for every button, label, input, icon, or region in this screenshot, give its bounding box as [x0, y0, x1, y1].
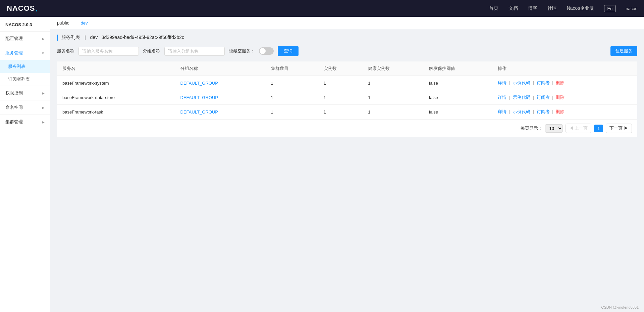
col-cluster-count: 集群数目 — [266, 61, 318, 76]
sidebar-group-config-header[interactable]: 配置管理 ▶ — [0, 32, 50, 46]
cell-actions-1: 详情 | 示例代码 | 订阅者 | 删除 — [492, 90, 637, 105]
action-example-0[interactable]: 示例代码 — [513, 80, 530, 85]
table-row: baseFramework-data-store DEFAULT_GROUP 1… — [57, 90, 637, 105]
chevron-right-icon: ▶ — [42, 37, 45, 41]
group-name-label: 分组名称 — [143, 48, 160, 54]
hide-empty-label: 隐藏空服务： — [229, 48, 255, 54]
breadcrumb-dev[interactable]: dev — [80, 20, 88, 26]
group-link-0[interactable]: DEFAULT_GROUP — [180, 81, 218, 86]
table-row: baseFramework-system DEFAULT_GROUP 1 1 1… — [57, 76, 637, 90]
cell-threshold-2: false — [424, 105, 493, 119]
action-delete-0[interactable]: 删除 — [556, 80, 565, 85]
cell-group-2: DEFAULT_GROUP — [175, 105, 266, 119]
cell-instance-0: 1 — [318, 76, 363, 90]
pagination-bar: 每页显示： 10 20 30 50 ◀ 上一页 1 下一页 ▶ — [57, 119, 637, 137]
nav-blog[interactable]: 博客 — [528, 5, 537, 11]
action-example-1[interactable]: 示例代码 — [513, 95, 530, 100]
cell-actions-0: 详情 | 示例代码 | 订阅者 | 删除 — [492, 76, 637, 90]
sidebar-group-cluster-header[interactable]: 集群管理 ▶ — [0, 115, 50, 129]
cell-instance-2: 1 — [318, 105, 363, 119]
page-title-sep1: ｜ — [82, 35, 89, 40]
current-page[interactable]: 1 — [594, 125, 603, 132]
chevron-right-icon-2: ▶ — [42, 91, 45, 95]
chevron-right-icon-3: ▶ — [42, 106, 45, 109]
action-subscriber-1[interactable]: 订阅者 — [537, 95, 550, 100]
cell-cluster-1: 1 — [266, 90, 318, 105]
col-group-name: 分组名称 — [175, 61, 266, 76]
action-delete-2[interactable]: 删除 — [556, 109, 565, 114]
main-layout: NACOS 2.0.3 配置管理 ▶ 服务管理 ▼ 服务列表 订阅者列表 权限控… — [0, 17, 644, 312]
service-name-label: 服务名称 — [57, 48, 74, 54]
lang-button[interactable]: En — [604, 5, 615, 12]
main-content: public | dev 服务列表 ｜ dev 3d399aad-bed9-49… — [50, 17, 644, 312]
page-title-id: 3d399aad-bed9-495f-92ac-9f60fffd2b2c — [102, 35, 184, 40]
cell-service-name-1: baseFramework-data-store — [57, 90, 175, 105]
table-header-row: 服务名 分组名称 集群数目 实例数 健康实例数 触发保护阈值 操作 — [57, 61, 637, 76]
sidebar-group-cluster-label: 集群管理 — [5, 119, 23, 125]
page-body: 服务列表 ｜ dev 3d399aad-bed9-495f-92ac-9f60f… — [50, 29, 644, 142]
query-button[interactable]: 查询 — [278, 46, 299, 56]
cell-cluster-2: 1 — [266, 105, 318, 119]
table-head: 服务名 分组名称 集群数目 实例数 健康实例数 触发保护阈值 操作 — [57, 61, 637, 76]
sidebar-group-access-header[interactable]: 权限控制 ▶ — [0, 86, 50, 100]
next-page-button[interactable]: 下一页 ▶ — [606, 124, 632, 133]
nav-home[interactable]: 首页 — [489, 5, 498, 11]
page-title-namespace: dev — [90, 35, 98, 40]
group-link-2[interactable]: DEFAULT_GROUP — [180, 109, 218, 115]
sidebar: NACOS 2.0.3 配置管理 ▶ 服务管理 ▼ 服务列表 订阅者列表 权限控… — [0, 17, 50, 312]
cell-service-name-0: baseFramework-system — [57, 76, 175, 90]
filter-bar: 服务名称 分组名称 隐藏空服务： 查询 创建服务 — [57, 46, 637, 56]
page-title: 服务列表 ｜ dev 3d399aad-bed9-495f-92ac-9f60f… — [57, 35, 637, 41]
action-detail-2[interactable]: 详情 — [498, 109, 506, 114]
sidebar-group-service-header[interactable]: 服务管理 ▼ — [0, 46, 50, 60]
service-table: 服务名 分组名称 集群数目 实例数 健康实例数 触发保护阈值 操作 baseFr… — [57, 61, 637, 137]
user-label: nacos — [626, 6, 637, 11]
logo-dot: . — [35, 3, 38, 14]
action-example-2[interactable]: 示例代码 — [513, 109, 530, 114]
service-table-inner: 服务名 分组名称 集群数目 实例数 健康实例数 触发保护阈值 操作 baseFr… — [57, 61, 637, 119]
logo-text: NACOS — [7, 4, 35, 13]
create-service-button[interactable]: 创建服务 — [610, 46, 637, 56]
cell-group-0: DEFAULT_GROUP — [175, 76, 266, 90]
cell-healthy-1: 1 — [363, 90, 423, 105]
table-body: baseFramework-system DEFAULT_GROUP 1 1 1… — [57, 76, 637, 119]
prev-page-button[interactable]: ◀ 上一页 — [566, 124, 592, 133]
cell-service-name-2: baseFramework-task — [57, 105, 175, 119]
sidebar-group-service-label: 服务管理 — [5, 50, 23, 56]
action-detail-0[interactable]: 详情 — [498, 80, 506, 85]
per-page-select[interactable]: 10 20 30 50 — [545, 124, 563, 133]
col-action: 操作 — [492, 61, 637, 76]
col-protect-threshold: 触发保护阈值 — [424, 61, 493, 76]
action-detail-1[interactable]: 详情 — [498, 95, 506, 100]
sidebar-group-namespace-label: 命名空间 — [5, 104, 23, 110]
per-page-label: 每页显示： — [521, 125, 542, 131]
sidebar-group-namespace-header[interactable]: 命名空间 ▶ — [0, 100, 50, 115]
nav-community[interactable]: 社区 — [547, 5, 557, 11]
hide-empty-toggle[interactable] — [259, 47, 274, 55]
sidebar-group-config-label: 配置管理 — [5, 36, 23, 42]
cell-healthy-2: 1 — [363, 105, 423, 119]
col-healthy-count: 健康实例数 — [363, 61, 423, 76]
table-row: baseFramework-task DEFAULT_GROUP 1 1 1 f… — [57, 105, 637, 119]
sidebar-item-service-list[interactable]: 服务列表 — [0, 60, 50, 73]
nav-docs[interactable]: 文档 — [508, 5, 518, 11]
action-subscriber-2[interactable]: 订阅者 — [537, 109, 550, 114]
sidebar-group-namespace: 命名空间 ▶ — [0, 100, 50, 115]
sidebar-group-cluster: 集群管理 ▶ — [0, 115, 50, 129]
action-delete-1[interactable]: 删除 — [556, 95, 565, 100]
action-subscriber-0[interactable]: 订阅者 — [537, 80, 550, 85]
breadcrumb-public[interactable]: public — [57, 20, 69, 26]
page-title-prefix: 服务列表 — [61, 35, 80, 40]
nav-links: 首页 文档 博客 社区 Nacos企业版 En nacos — [489, 5, 637, 12]
sidebar-version: NACOS 2.0.3 — [0, 17, 50, 32]
group-link-1[interactable]: DEFAULT_GROUP — [180, 95, 218, 100]
chevron-right-icon-4: ▶ — [42, 120, 45, 124]
cell-actions-2: 详情 | 示例代码 | 订阅者 | 删除 — [492, 105, 637, 119]
nav-enterprise[interactable]: Nacos企业版 — [567, 5, 594, 11]
group-name-input[interactable] — [164, 47, 225, 56]
cell-instance-1: 1 — [318, 90, 363, 105]
service-name-input[interactable] — [78, 47, 139, 56]
col-instance-count: 实例数 — [318, 61, 363, 76]
sidebar-item-subscriber-list[interactable]: 订阅者列表 — [0, 73, 50, 86]
sidebar-group-access-label: 权限控制 — [5, 90, 23, 96]
